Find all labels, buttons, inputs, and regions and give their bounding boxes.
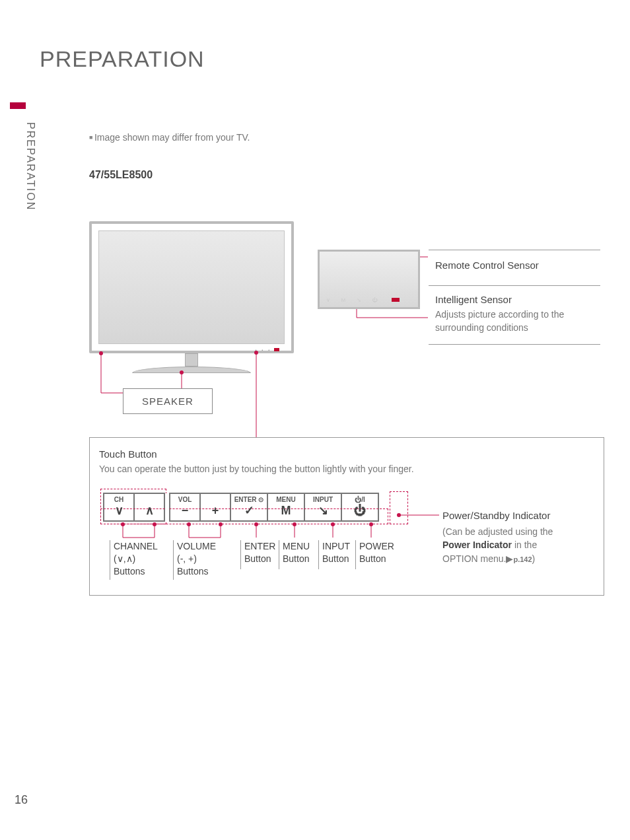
sensor-callout-group: Remote Control Sensor Intelligent Sensor… <box>429 250 600 345</box>
note-text: Image shown may differ from your TV. <box>89 132 250 143</box>
remote-sensor-label: Remote Control Sensor <box>435 260 600 271</box>
touch-button-desc: You can operate the button just by touch… <box>99 464 594 474</box>
volume-button-label: VOLUME (-, +) Buttons <box>177 540 216 578</box>
page-title: PREPARATION <box>40 46 205 72</box>
power-button-label: POWER Button <box>359 540 394 565</box>
page-number: 16 <box>15 793 28 807</box>
power-indicator-callout: Power/Standby Indicator (Can be adjusted… <box>442 510 601 565</box>
side-section-label: PREPARATION <box>24 122 36 211</box>
menu-button-label: MENU Button <box>283 540 310 565</box>
touch-button-title: Touch Button <box>99 448 594 460</box>
speaker-label: SPEAKER <box>123 388 213 414</box>
channel-button-label: CHANNEL (∨,∧) Buttons <box>114 540 158 578</box>
intelligent-sensor-title: Intelligent Sensor <box>435 294 600 305</box>
accent-tab <box>10 102 26 109</box>
tv-detail-panel: ∨ M ↘ ⏻ <box>318 250 420 309</box>
enter-button-label: ENTER Button <box>244 540 275 565</box>
intelligent-sensor-desc: Adjusts picture according to the surroun… <box>435 308 600 335</box>
touch-button-panel: Touch Button You can operate the button … <box>89 437 604 596</box>
model-number: 47/55LE8500 <box>89 169 153 181</box>
input-button-label: INPUT Button <box>322 540 350 565</box>
